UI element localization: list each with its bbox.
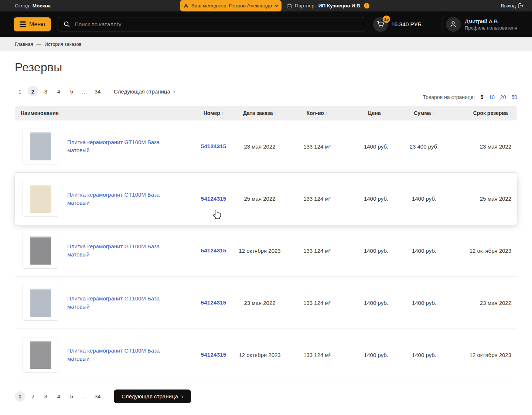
product-image[interactable] [23,129,58,164]
price: 1400 руб. [350,248,402,254]
manager-dropdown[interactable]: Ваш менеджер: Петров Александр [180,0,282,11]
next-page-link[interactable]: Следующая страница › [114,88,175,95]
price: 1400 руб. [350,143,402,150]
pagination-page-3[interactable]: 3 [41,391,51,402]
pagination-page-34[interactable]: 34 [92,86,103,96]
product-image[interactable] [23,181,58,217]
column-header-quantity[interactable]: Кол-во↑ [284,110,350,116]
column-header-total[interactable]: Сумма↑ [402,110,446,116]
column-header-name[interactable]: Наименование↑ [21,110,191,116]
pagination-page-2[interactable]: 2 [28,86,38,96]
pagination-page-2[interactable]: 2 [28,391,38,402]
pagination-ellipsis: ... [79,86,90,96]
sort-asc-icon: ↑ [509,110,512,116]
product-link[interactable]: Плитка керамогранит GT100M База матовый [67,295,161,311]
breadcrumb-current[interactable]: История заказов [44,41,81,47]
search-input[interactable] [75,21,359,27]
header-divider [443,15,443,34]
menu-label: Меню [29,21,45,28]
next-page-label: Следующая страница [122,393,178,399]
order-date: 12 октября 2023 [236,248,284,254]
sort-asc-icon: ↑ [221,110,224,116]
table-row[interactable]: Плитка керамогранит GT100M База матовый … [15,277,517,329]
reserve-until: 25 мая 2022 [446,195,511,202]
product-image[interactable] [23,233,58,269]
pagination-page-34[interactable]: 34 [92,391,103,402]
table-row[interactable]: Плитка керамогранит GT100M База матовый … [15,173,517,225]
per-page-option-10[interactable]: 10 [489,94,495,100]
column-header-price[interactable]: Цена↑ [350,110,402,116]
product-tile [30,289,51,317]
user-profile-button[interactable]: Дмитрий А.В. Профиль пользователя [446,17,517,32]
chevron-right-icon: › [173,88,175,95]
product-link[interactable]: Плитка керамогранит GT100M База матовый [67,242,161,259]
pagination-page-4[interactable]: 4 [54,86,64,96]
product-image[interactable] [23,285,58,321]
order-number-link[interactable]: 54124315 [201,299,226,306]
product-link[interactable]: Плитка керамогранит GT100M База матовый [67,191,161,207]
reserve-until: 12 октября 2023 [446,248,511,254]
chevron-down-icon [274,4,278,7]
next-page-label: Следующая страница [114,88,170,95]
warehouse-value[interactable]: Москва [33,3,51,8]
product-image[interactable] [23,337,58,373]
logout-label: Выход [501,3,516,8]
order-number-link[interactable]: 54124315 [201,143,226,149]
catalog-search [58,17,364,31]
logout-button[interactable]: Выход [501,3,524,8]
breadcrumb-home[interactable]: Главная [15,41,33,47]
pagination-page-1[interactable]: 1 [15,86,25,96]
pagination-page-3[interactable]: 3 [41,86,51,96]
product-link[interactable]: Плитка керамогранит GT100M База матовый [67,347,161,363]
order-date: 25 мая 2022 [236,195,284,202]
total: 1400 руб. [402,195,446,202]
column-header-number[interactable]: Номер↑ [191,110,236,116]
per-page-selector: Товаров на странице: 5102050 [423,94,517,100]
reserve-until: 23 мая 2022 [446,143,511,150]
pagination-pages: 12345...34 [15,391,103,402]
price: 1400 руб. [350,352,402,358]
hamburger-icon [20,21,26,27]
per-page-option-20[interactable]: 20 [500,94,506,100]
sort-asc-icon: ↑ [60,110,62,116]
partner-info[interactable]: Партнер: ИП Кузнецов И.В. ! [287,0,369,11]
pagination-page-5[interactable]: 5 [66,86,77,96]
warehouse-label: Склад: [15,3,31,8]
per-page-label: Товаров на странице: [423,94,475,100]
quantity: 133 124 м² [284,248,350,254]
exit-door-icon [518,3,524,8]
order-number-link[interactable]: 54124315 [201,247,226,254]
per-page-options: 5102050 [480,94,517,100]
table-row[interactable]: Плитка керамогранит GT100M База матовый … [15,329,517,381]
cart-button[interactable]: 15 16.340 РУБ. [373,17,423,32]
next-page-button[interactable]: Следующая страница › [114,390,191,403]
cart-count-badge: 15 [383,16,390,23]
quantity: 133 124 м² [284,195,350,202]
column-header-reserve-until[interactable]: Срок резерва↑ [446,110,511,116]
pagination-top: 12345...34 Следующая страница › Товаров … [15,86,517,96]
manager-label: Ваш менеджер: Петров Александр [191,3,272,8]
product-tile [30,185,51,213]
pagination-page-5[interactable]: 5 [66,391,77,402]
per-page-option-5[interactable]: 5 [480,94,483,100]
partner-label: Партнер: [295,3,316,8]
product-tile [30,237,51,265]
sort-asc-icon: ↑ [382,110,384,116]
table-row[interactable]: Плитка керамогранит GT100M База матовый … [15,225,517,277]
sort-asc-icon: ↑ [325,110,328,116]
product-tile [30,341,51,369]
product-link[interactable]: Плитка керамогранит GT100M База матовый [67,138,161,154]
order-number-link[interactable]: 54124315 [201,195,226,202]
top-utility-bar: Склад: Москва Ваш менеджер: Петров Алекс… [0,0,532,11]
pagination-page-1[interactable]: 1 [15,391,25,402]
per-page-option-50[interactable]: 50 [511,94,517,100]
pagination-page-4[interactable]: 4 [54,391,64,402]
column-header-order-date[interactable]: Дата заказа↑ [236,110,284,116]
total: 23 400 руб. [402,143,446,150]
briefcase-icon [287,3,292,8]
menu-button[interactable]: Меню [14,17,51,31]
breadcrumb-separator: — [36,41,41,47]
order-number-link[interactable]: 54124315 [201,351,226,358]
alert-icon[interactable]: ! [364,3,369,8]
table-row[interactable]: Плитка керамогранит GT100M База матовый … [15,120,517,173]
